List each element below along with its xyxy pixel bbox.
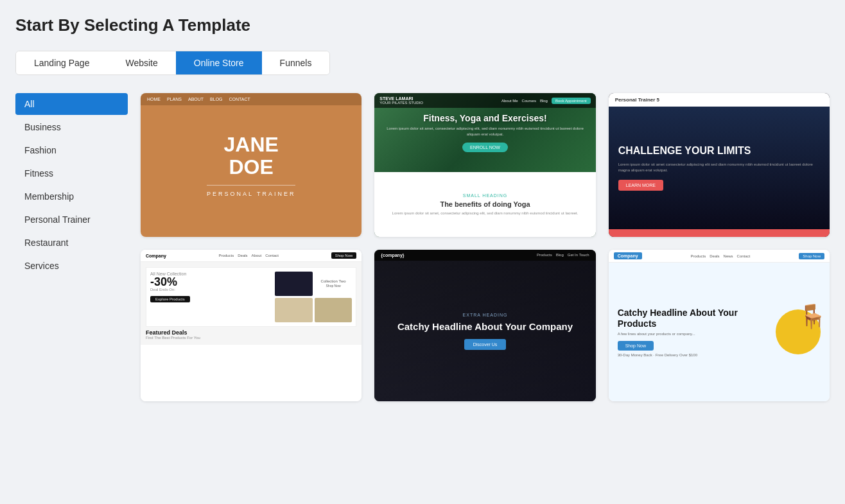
yoga-hero-text: Lorem ipsum dolor sit amet, consectetur … xyxy=(381,126,589,137)
pt5-body-text: Lorem ipsum dolor sit amet consectetur a… xyxy=(618,162,820,173)
pt1-nav: HOME PLANS ABOUT BLOG CONTACT xyxy=(141,93,362,105)
fd-section-sub: Find The Best Products For You xyxy=(146,336,356,340)
fd-hero: All New Collection -30% Deal Ends On: Ex… xyxy=(141,262,362,345)
pt5-learn-btn: LEARN MORE xyxy=(618,180,663,191)
yoga-nav-btn: Book Appointment xyxy=(552,98,591,104)
pt5-body: CHALLENGE YOUR LIMITS Lorem ipsum dolor … xyxy=(609,107,830,229)
template-card-pt5: Personal Trainer 5 CHALLENGE YOUR LIMITS… xyxy=(609,93,830,237)
fd-section-title: Featured Deals xyxy=(146,329,356,336)
templates-grid: HOME PLANS ABOUT BLOG CONTACT JANE DOE P… xyxy=(141,93,830,401)
yoga-nav-tagline: YOUR PILATES STUDIO xyxy=(379,101,423,105)
template-preview-fd[interactable]: Company Products Deals About Contact Sho… xyxy=(141,250,362,401)
sidebar-item-personal-trainer[interactable]: Personal Trainer xyxy=(15,209,128,230)
light-logo: Company xyxy=(614,252,642,259)
pt5-header: Personal Trainer 5 xyxy=(609,93,830,107)
light-nav: Company Products Deals News Contact Shop… xyxy=(609,250,830,263)
light-sub: A few lines about your products or compa… xyxy=(618,332,769,336)
page-container: Start By Selecting A Template Landing Pa… xyxy=(0,0,845,417)
pt1-last-name: DOE xyxy=(207,156,296,178)
yoga-benefits-text: Lorem ipsum dolor sit amet, consectetur … xyxy=(392,211,579,216)
pt1-role: PERSONAL TRAINER xyxy=(207,185,296,197)
page-title: Start By Selecting A Template xyxy=(15,15,830,35)
light-nav-links: Products Deals News Contact xyxy=(691,254,751,258)
fd-nav: Company Products Deals About Contact Sho… xyxy=(141,250,362,262)
template-preview-light[interactable]: Company Products Deals News Contact Shop… xyxy=(609,250,830,401)
tabs-bar: Landing Page Website Online Store Funnel… xyxy=(15,51,330,75)
pt1-first-name: JANE xyxy=(207,134,296,156)
light-body: Catchy Headline About Your Products A fe… xyxy=(609,263,830,401)
template-preview-pt1[interactable]: HOME PLANS ABOUT BLOG CONTACT JANE DOE P… xyxy=(141,93,362,237)
template-card-yoga: STEVE LAMARI YOUR PILATES STUDIO About M… xyxy=(374,93,595,237)
dark-body: EXTRA HEADING Catchy Headline About Your… xyxy=(374,261,595,401)
pt5-main-heading: CHALLENGE YOUR LIMITS xyxy=(618,145,820,157)
light-shop-btn: Shop Now xyxy=(799,253,824,259)
tab-online-store[interactable]: Online Store xyxy=(176,51,262,74)
template-preview-pt5[interactable]: Personal Trainer 5 CHALLENGE YOUR LIMITS… xyxy=(609,93,830,237)
light-main-heading: Catchy Headline About Your Products xyxy=(618,308,769,329)
fd-shop-btn: Shop Now xyxy=(331,252,357,259)
sidebar-item-membership[interactable]: Membership xyxy=(15,186,128,207)
template-preview-dark[interactable]: {company} Products Blog Get In Touch EXT… xyxy=(374,250,595,401)
yoga-nav: STEVE LAMARI YOUR PILATES STUDIO About M… xyxy=(374,93,595,108)
sidebar-item-fashion[interactable]: Fashion xyxy=(15,139,128,161)
tab-website[interactable]: Website xyxy=(107,51,175,74)
fd-banner: All New Collection -30% Deal Ends On: Ex… xyxy=(146,267,356,327)
tab-landing-page[interactable]: Landing Page xyxy=(16,51,107,74)
dark-discover-btn: Discover Us xyxy=(464,339,507,350)
light-cta-btn: Shop Now xyxy=(618,341,654,351)
yoga-bottom: SMALL HEADING The benefits of doing Yoga… xyxy=(374,172,595,237)
yoga-hero-content: Fitness, Yoga and Exercises! Lorem ipsum… xyxy=(374,107,595,159)
pt5-footer xyxy=(609,229,830,237)
template-card-light: Company Products Deals News Contact Shop… xyxy=(609,250,830,401)
content-area: All Business Fashion Fitness Membership … xyxy=(15,93,830,401)
template-preview-yoga[interactable]: STEVE LAMARI YOUR PILATES STUDIO About M… xyxy=(374,93,595,237)
dark-main-heading: Catchy Headline About Your Company xyxy=(397,321,573,333)
light-chair-icon: 🪑 xyxy=(798,303,827,330)
dark-nav: {company} Products Blog Get In Touch xyxy=(374,250,595,261)
fd-nav-links: Products Deals About Contact xyxy=(219,254,279,257)
template-card-dark: {company} Products Blog Get In Touch EXT… xyxy=(374,250,595,401)
tab-funnels[interactable]: Funnels xyxy=(262,51,330,74)
sidebar-item-all[interactable]: All xyxy=(15,93,128,115)
sidebar-item-services[interactable]: Services xyxy=(15,255,128,277)
fd-sale-text: -30% xyxy=(150,276,271,288)
dark-logo: {company} xyxy=(381,253,404,257)
yoga-enroll-btn: ENROLL NOW xyxy=(462,143,508,152)
yoga-benefits-title: The benefits of doing Yoga xyxy=(440,200,530,208)
sidebar-item-restaurant[interactable]: Restaurant xyxy=(15,232,128,254)
sidebar-item-business[interactable]: Business xyxy=(15,116,128,138)
yoga-subtitle: SMALL HEADING xyxy=(463,193,508,198)
yoga-nav-name: STEVE LAMARI xyxy=(379,96,423,101)
fd-logo: Company xyxy=(146,254,166,258)
pt1-hero: JANE DOE PERSONAL TRAINER xyxy=(207,134,296,197)
yoga-hero-heading: Fitness, Yoga and Exercises! xyxy=(381,113,589,123)
dark-extra: EXTRA HEADING xyxy=(463,313,508,317)
yoga-hero: STEVE LAMARI YOUR PILATES STUDIO About M… xyxy=(374,93,595,172)
fd-explore: Explore Products xyxy=(150,296,190,302)
sidebar: All Business Fashion Fitness Membership … xyxy=(15,93,128,401)
light-check: 30-Day Money Back · Free Delivery Over $… xyxy=(618,353,769,357)
template-card-pt1: HOME PLANS ABOUT BLOG CONTACT JANE DOE P… xyxy=(141,93,362,237)
sidebar-item-fitness[interactable]: Fitness xyxy=(15,162,128,184)
template-card-fd: Company Products Deals About Contact Sho… xyxy=(141,250,362,401)
